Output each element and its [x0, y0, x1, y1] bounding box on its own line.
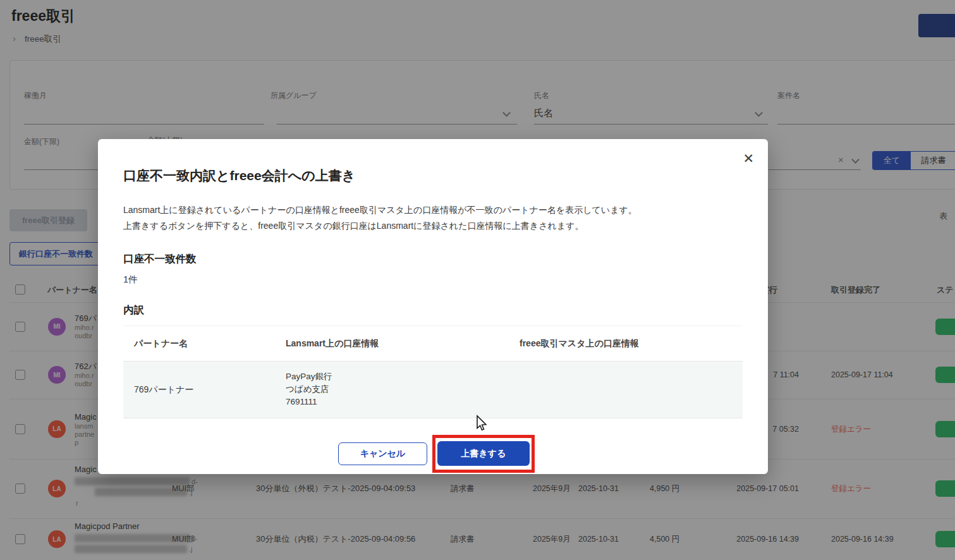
page-title: freee取引 [11, 6, 75, 26]
row-checkbox[interactable] [15, 484, 25, 494]
table-row[interactable]: LA Magicpod Partner d- .j MUI部 30分単位（内税）… [0, 518, 955, 560]
row-checkbox[interactable] [15, 424, 25, 434]
amount: 4,500 円 [650, 534, 679, 545]
breakdown-row: 769パートナー PayPay銀行 つばめ支店 7691111 [123, 362, 743, 418]
avatar: MI [48, 318, 66, 336]
row-checkbox[interactable] [15, 534, 25, 544]
registered-date: 登録エラー [831, 484, 871, 494]
count-value: 1件 [123, 274, 138, 286]
col-partner: パートナー名 [47, 284, 97, 296]
group-select[interactable] [277, 124, 517, 125]
registered-date: 2025-09-16 14:39 [831, 535, 894, 544]
close-icon[interactable]: ✕ [743, 152, 754, 165]
avatar: MI [48, 366, 66, 384]
status-select[interactable] [769, 169, 861, 170]
group: MUI部 [172, 484, 194, 494]
freee-register-button[interactable]: freee取引登録 [9, 209, 87, 231]
col-lansmart-account: Lansmart上の口座情報 [286, 338, 379, 350]
count-heading: 口座不一致件数 [123, 252, 197, 266]
exec-date: 2025-09-16 14:39 [727, 535, 799, 544]
account-number: 7691111 [286, 396, 332, 408]
doc-type: 請求書 [451, 534, 475, 545]
modal-title: 口座不一致内訳とfreee会計への上書き [123, 167, 355, 185]
bank-name: PayPay銀行 [286, 370, 332, 383]
group-label: 所属グループ [271, 90, 317, 101]
col-registered: 取引登録完了 [831, 284, 880, 296]
tab-invoice[interactable]: 請求書 [911, 152, 955, 169]
header-action-button[interactable] [918, 14, 955, 37]
partner-name: 769パートナー [134, 384, 193, 396]
mouse-cursor-icon [473, 414, 489, 433]
modal-description: Lansmart上に登録されているパートナーの口座情報とfreee取引マスタ上の… [123, 205, 637, 216]
overwrite-button[interactable]: 上書きする [437, 441, 530, 466]
work-month: 2025年9月 [533, 484, 571, 494]
breakdown-heading: 内訳 [123, 303, 144, 317]
breakdown-table: パートナー名 Lansmart上の口座情報 freee取引マスタ上の口座情報 7… [123, 326, 743, 418]
work-month: 2025年9月 [533, 534, 571, 545]
registered-date: 登録エラー [831, 423, 871, 434]
working-month-input[interactable] [24, 124, 264, 125]
avatar: LA [48, 480, 66, 497]
breadcrumb[interactable]: freee取引 [25, 33, 61, 45]
col-freee-account: freee取引マスタ上の口座情報 [520, 338, 639, 350]
tab-all[interactable]: 全て [873, 152, 911, 169]
status-badge [935, 531, 955, 547]
row-checkbox[interactable] [15, 370, 25, 380]
project-input[interactable] [777, 124, 955, 125]
lansmart-account-info: PayPay銀行 つばめ支店 7691111 [286, 370, 332, 408]
group: MUI部 [172, 534, 194, 545]
clear-icon[interactable]: × [838, 154, 844, 165]
name-label: 氏名 [534, 90, 549, 101]
due-date: 2025-10-31 [578, 535, 619, 544]
avatar: LA [48, 530, 66, 548]
row-checkbox[interactable] [15, 322, 25, 332]
doc-type: 請求書 [451, 484, 475, 494]
breadcrumb-arrow-icon: › [13, 33, 16, 44]
working-month-label: 稼働月 [24, 90, 47, 101]
amount-lower-label: 金額(下限) [24, 137, 59, 147]
mismatch-modal: ✕ 口座不一致内訳とfreee会計への上書き Lansmart上に登録されている… [98, 139, 768, 474]
email-fragment: .j [189, 545, 193, 553]
avatar: LA [48, 420, 66, 438]
subject: 30分単位（内税）テスト-2025-09-04:09:56 [256, 533, 415, 545]
registered-date: 2025-09-17 11:04 [831, 370, 893, 379]
select-all-checkbox[interactable] [15, 284, 25, 295]
name-select-value[interactable]: 氏名 [534, 107, 553, 119]
cancel-button[interactable]: キャンセル [338, 442, 427, 465]
col-status-fragment: ステ [937, 284, 954, 296]
modal-description: 上書きするボタンを押下すると、freee取引マスタの銀行口座はLansmartに… [123, 221, 583, 232]
status-badge [935, 319, 955, 335]
type-toggle: 全て 請求書 [872, 151, 955, 170]
partner-name: Magicpod Partner [75, 521, 140, 532]
redacted-email [75, 545, 187, 553]
partner-name: Magic [75, 465, 97, 475]
display-settings-fragment[interactable]: 表 [939, 210, 947, 222]
exec-date: 2025-09-17 05:01 [727, 484, 799, 493]
status-badge [935, 480, 955, 497]
branch-name: つばめ支店 [286, 383, 332, 396]
status-badge [935, 421, 955, 437]
email-fragment: r [76, 499, 78, 507]
col-partner-name: パートナー名 [134, 338, 188, 350]
amount: 4,950 円 [650, 484, 679, 494]
project-label: 案件名 [777, 90, 800, 101]
subject: 30分単位（外税）テスト-2025-09-04:09:53 [256, 483, 415, 494]
name-select[interactable] [534, 124, 768, 125]
due-date: 2025-10-31 [578, 484, 619, 493]
status-badge [935, 367, 955, 383]
